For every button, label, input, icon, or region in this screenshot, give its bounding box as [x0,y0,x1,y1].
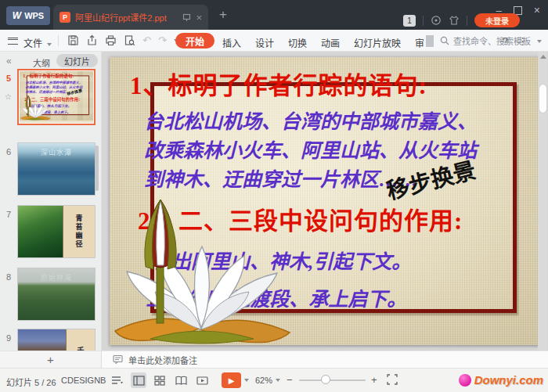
zoom-slider-handle[interactable] [321,375,330,384]
lake-photo: 深山水潭 [18,143,95,195]
slide-title-2[interactable]: 二、三段中设问句的作用: [178,201,463,236]
divider [423,16,424,26]
slide-number: 6 [6,147,11,156]
notes-toggle-icon[interactable] [110,372,125,388]
slide-thumbnail-5[interactable]: 1、标明了作者行踪的语句: 台北松山机场、台湾的中部城市嘉义、 改乘森林小火车、… [17,69,96,125]
document-tab[interactable]: P 阿里山纪行ppt课件2.ppt × [53,5,208,30]
normal-view-icon[interactable] [131,372,146,388]
slide-counter: 幻灯片 5 / 26 [6,376,56,388]
print-preview-icon[interactable] [124,34,135,46]
forest-path-photo [18,206,63,257]
slideshow-view-icon[interactable] [194,372,210,388]
message-icon[interactable] [431,15,442,26]
file-menu[interactable]: 文件 [23,36,42,49]
downyi-logo-icon [459,374,471,387]
tab-transitions[interactable]: 切换 [288,36,307,49]
zoom-level[interactable]: 62% [255,376,272,385]
undo-icon[interactable]: ↶ [142,34,151,46]
watermark-text: Downyi.com [474,373,543,387]
lotus-bud-image[interactable] [23,95,34,117]
thumb-caption: 深山水潭 [18,147,95,157]
wps-label: WPS [24,11,44,20]
slide-canvas[interactable]: 1、标明了作者行踪的语句: 台北松山机场、台湾的中部城市嘉义、 改乘森林小火车、… [110,57,540,345]
slide-thumbnail-8[interactable]: 原始林海 [17,268,96,321]
sidebar-scrollbar[interactable] [95,146,99,191]
sacred-tree-photo [18,329,66,351]
title-bar: W WPS P 阿里山纪行ppt课件2.ppt × + – × 1 未登录 [0,0,548,30]
slide-thumbnail-9[interactable]: 千年 [17,329,96,351]
slide-thumbnail-7[interactable]: 青苔幽径 [17,205,96,258]
body-line: 改乘森林小火车、阿里山站、从火车站 [144,136,477,165]
slide-number: 5 [6,74,11,83]
ppt-file-icon: P [59,12,70,23]
tab-slideshow[interactable]: 幻灯片放映 [354,36,401,49]
export-icon[interactable] [86,34,98,46]
template-name[interactable]: CDESIGNB [61,376,106,385]
save-icon[interactable] [67,34,79,46]
canvas-scrollbar-thumb[interactable] [539,85,546,113]
watermark: Downyi.com [459,373,543,387]
tab-home[interactable]: 开始 [175,33,215,49]
slide-title-2[interactable]: 二、三段中设问句的作用: [31,95,80,102]
slide-number: 9 [6,333,11,343]
view-switcher [110,372,210,388]
zoom-in-button[interactable]: + [371,374,377,386]
new-tab-button[interactable]: + [219,8,227,21]
play-slideshow-button[interactable]: ▶ [222,372,241,388]
slide-thumbnail-6[interactable]: 深山水潭 [17,142,96,196]
notes-icon [113,354,123,365]
tab-outline[interactable]: 大纲 [33,56,50,69]
plus-icon: + [47,353,54,366]
collapse-ribbon-icon[interactable] [537,40,542,43]
tab-animation[interactable]: 动画 [321,36,340,49]
body-line: 台北松山机场、台湾的中部城市嘉义、 [144,107,477,136]
divider [467,16,467,26]
slide-title-1[interactable]: 1、标明了作者行踪的语句: [23,73,74,79]
wps-logo-icon: W [13,10,21,21]
slide-title-1[interactable]: 1、标明了作者行踪的语句: [130,66,427,101]
notes-placeholder: 单击此处添加备注 [128,354,197,366]
menu-bar: 文件 ↶ ↷ 开始 插入 设计 切换 动画 幻灯片放映 审 查找命令、搜索模板 … [0,30,548,52]
quick-access-toolbar: ↶ ↷ [67,34,178,46]
tab-design[interactable]: 设计 [255,36,274,49]
titlebar-icons: 1 未登录 [403,13,520,27]
notes-bar[interactable]: 单击此处添加备注 [102,351,548,368]
thumb-slide-current: 1、标明了作者行踪的语句: 台北松山机场、台湾的中部城市嘉义、 改乘森林小火车、… [20,71,93,123]
document-tab-title: 阿里山纪行ppt课件2.ppt [75,11,178,23]
fit-to-window-icon[interactable] [387,374,398,385]
login-button[interactable]: 未登录 [474,13,520,27]
notification-count-badge[interactable]: 1 [403,15,416,27]
zoom-out-button[interactable]: − [287,374,293,386]
thumb-caption: 青苔幽径 [74,214,84,249]
divider [58,35,59,46]
lotus-bud-image[interactable] [132,195,189,326]
tab-slides[interactable]: 幻灯片 [56,54,98,67]
help-icon[interactable]: ? [503,35,508,47]
slide-number: 8 [6,272,11,282]
reading-view-icon[interactable] [173,372,189,388]
add-slide-button[interactable]: + [0,351,102,368]
collapse-panel-icon[interactable]: « [6,56,12,67]
close-tab-icon[interactable]: × [196,13,202,23]
slide-sorter-icon[interactable] [152,372,168,388]
more-icon[interactable]: ⋮ [517,35,528,47]
play-options-caret[interactable] [244,379,249,382]
menubar-right-icons: ? ⋮ [503,35,542,47]
tab-review[interactable]: 审 [415,36,424,49]
chevron-down-icon[interactable] [47,43,52,46]
window-close-button[interactable]: × [534,4,540,16]
wps-menu-button[interactable]: W WPS [6,6,50,25]
slide-panel: « 大纲 幻灯片 5 ☆ 1、标明了作者行踪的语句: 台北松山机场、台湾的中部城… [0,52,102,351]
pin-tab-icon[interactable] [182,13,191,22]
thumb-caption: 原始林海 [18,272,95,282]
forest-sea-photo: 原始林海 [18,268,95,320]
redo-icon[interactable]: ↷ [158,34,167,46]
zoom-slider-track[interactable] [299,379,366,381]
scroll-up-arrow[interactable] [540,55,546,59]
menu-icon [8,38,18,45]
text-cursor-box [426,35,434,47]
tab-insert[interactable]: 插入 [222,36,241,49]
print-icon[interactable] [105,34,117,46]
skin-theme-icon[interactable] [449,15,460,26]
zoom-caret-icon[interactable] [276,379,280,382]
